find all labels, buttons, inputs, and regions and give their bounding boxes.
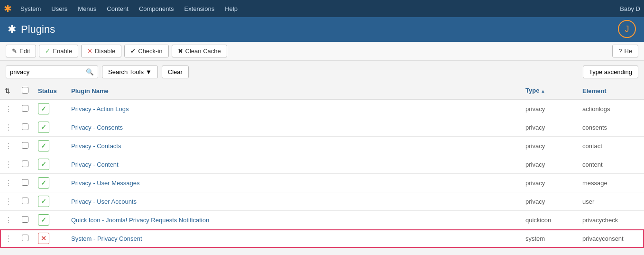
drag-handle-cell: ⋮: [0, 174, 17, 192]
drag-handle-icon[interactable]: ⋮: [5, 216, 12, 224]
nav-users[interactable]: Users: [46, 3, 72, 14]
status-cell: [33, 229, 66, 248]
plugin-name-link[interactable]: Privacy - User Accounts: [71, 198, 137, 205]
table-row: ⋮ Privacy - Contacts privacy contact: [0, 137, 644, 155]
drag-handle-cell: ⋮: [0, 118, 17, 137]
element-cell: actionlogs: [578, 99, 644, 118]
enable-button[interactable]: ✓ Enable: [39, 45, 78, 57]
status-indicator[interactable]: [38, 214, 49, 226]
type-ascending-button[interactable]: Type ascending: [583, 66, 638, 78]
row-checkbox[interactable]: [22, 179, 28, 186]
drag-handle-icon[interactable]: ⋮: [5, 179, 12, 187]
cleancache-button[interactable]: ✖ Clean Cache: [172, 45, 227, 57]
name-cell: System - Privacy Consent: [66, 229, 521, 248]
status-indicator[interactable]: [38, 140, 49, 151]
status-indicator[interactable]: [38, 159, 49, 170]
checkin-button[interactable]: ✔ Check-in: [124, 45, 168, 57]
drag-handle-icon[interactable]: ⋮: [5, 123, 12, 132]
plugins-icon: ✱: [8, 23, 16, 36]
disable-button[interactable]: ✕ Disable: [81, 45, 121, 57]
drag-handle-icon[interactable]: ⋮: [5, 198, 12, 206]
select-all-checkbox[interactable]: [22, 87, 28, 94]
name-cell: Privacy - User Messages: [66, 174, 521, 192]
nav-help[interactable]: Help: [220, 3, 242, 14]
status-indicator[interactable]: [38, 177, 49, 189]
plugin-name-link[interactable]: Privacy - Contacts: [71, 142, 121, 150]
checkbox-cell: [17, 174, 33, 192]
nav-content[interactable]: Content: [102, 3, 133, 14]
table-row: ⋮ Privacy - User Messages privacy messag…: [0, 174, 644, 192]
checkbox-cell: [17, 211, 33, 229]
edit-button[interactable]: ✎ Edit: [6, 45, 36, 57]
drag-handle-icon[interactable]: ⋮: [5, 142, 12, 150]
type-cell: system: [521, 229, 578, 248]
row-checkbox[interactable]: [22, 123, 28, 130]
type-cell: privacy: [521, 174, 578, 192]
name-cell: Privacy - Content: [66, 155, 521, 174]
status-indicator[interactable]: [38, 122, 49, 133]
checkbox-cell: [17, 229, 33, 248]
edit-icon: ✎: [12, 47, 17, 55]
enable-label: Enable: [53, 47, 72, 55]
nav-menus[interactable]: Menus: [73, 3, 101, 14]
element-cell: privacyconsent: [578, 229, 644, 248]
nav-extensions[interactable]: Extensions: [180, 3, 220, 14]
col-order: ⇅: [0, 83, 17, 99]
disable-icon: ✕: [87, 47, 92, 55]
search-input[interactable]: [6, 66, 82, 78]
row-checkbox[interactable]: [22, 142, 28, 149]
drag-handle-icon[interactable]: ⋮: [5, 235, 12, 243]
status-indicator[interactable]: [38, 196, 49, 207]
plugin-name-link[interactable]: Privacy - Content: [71, 161, 119, 168]
col-name-header: Plugin Name: [66, 83, 521, 99]
disable-label: Disable: [95, 47, 115, 55]
plugin-name-link[interactable]: Quick Icon - Joomla! Privacy Requests No…: [71, 217, 209, 224]
page-header: ✱ Plugins J: [0, 17, 644, 42]
plugin-name-link[interactable]: System - Privacy Consent: [71, 235, 142, 242]
status-indicator[interactable]: [38, 103, 49, 114]
status-cell: [33, 192, 66, 211]
search-tools-label: Search Tools: [108, 68, 144, 76]
checkbox-cell: [17, 192, 33, 211]
element-cell: consents: [578, 118, 644, 137]
name-cell: Quick Icon - Joomla! Privacy Requests No…: [66, 211, 521, 229]
nav-system[interactable]: System: [16, 3, 46, 14]
search-tools-chevron-icon: ▼: [146, 68, 152, 76]
search-bar: 🔍 Search Tools ▼ Clear Type ascending: [0, 61, 644, 83]
plugin-name-link[interactable]: Privacy - User Messages: [71, 179, 139, 187]
checkin-label: Check-in: [138, 47, 162, 55]
search-submit-button[interactable]: 🔍: [82, 66, 98, 78]
row-checkbox[interactable]: [22, 161, 28, 167]
element-cell: privacycheck: [578, 211, 644, 229]
plugin-name-link[interactable]: Privacy - Consents: [71, 124, 123, 131]
table-row: ⋮ Privacy - Action Logs privacy actionlo…: [0, 99, 644, 118]
table-row: ⋮ Privacy - User Accounts privacy user: [0, 192, 644, 211]
element-cell: user: [578, 192, 644, 211]
drag-handle-icon[interactable]: ⋮: [5, 161, 12, 169]
drag-handle-cell: ⋮: [0, 229, 17, 248]
col-checkbox-header: [17, 83, 33, 99]
search-tools-button[interactable]: Search Tools ▼: [102, 66, 158, 78]
table-row: ⋮ Privacy - Content privacy content: [0, 155, 644, 174]
plugin-name-link[interactable]: Privacy - Action Logs: [71, 105, 129, 113]
nav-components[interactable]: Components: [134, 3, 179, 14]
row-checkbox[interactable]: [22, 105, 28, 112]
cleancache-icon: ✖: [178, 47, 183, 55]
name-cell: Privacy - User Accounts: [66, 192, 521, 211]
help-button[interactable]: ? He: [612, 45, 638, 57]
row-checkbox[interactable]: [22, 216, 28, 223]
col-type-header[interactable]: Type: [521, 83, 578, 98]
status-cell: [33, 174, 66, 192]
row-checkbox[interactable]: [22, 198, 28, 204]
status-indicator[interactable]: [38, 233, 49, 244]
drag-handle-icon[interactable]: ⋮: [5, 105, 12, 113]
cleancache-label: Clean Cache: [185, 47, 221, 55]
table-row: ⋮ Quick Icon - Joomla! Privacy Requests …: [0, 211, 644, 229]
user-info: Baby D: [620, 5, 640, 12]
clear-button[interactable]: Clear: [162, 66, 189, 78]
status-cell: [33, 211, 66, 229]
row-checkbox[interactable]: [22, 235, 28, 241]
checkbox-cell: [17, 137, 33, 155]
joomla-logo-nav: ✱: [4, 3, 12, 14]
element-cell: content: [578, 155, 644, 174]
